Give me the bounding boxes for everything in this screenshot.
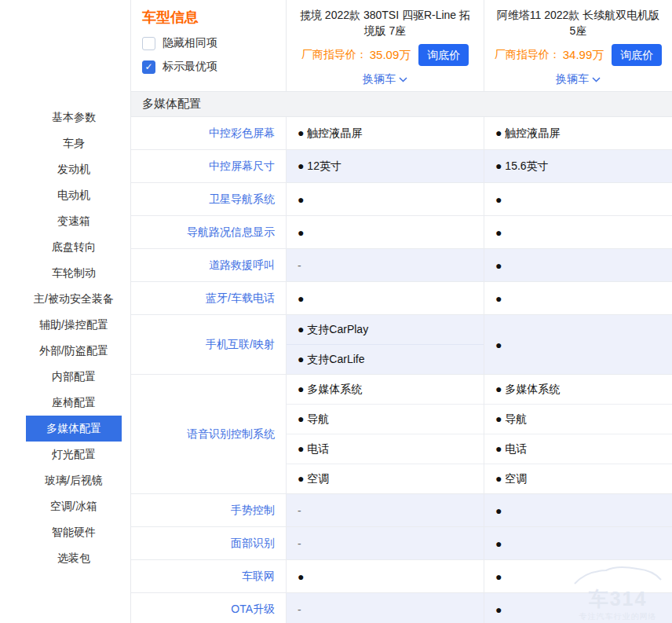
- spec-value-cell: ●: [287, 183, 484, 215]
- sidebar-item[interactable]: 外部/防盗配置: [26, 338, 122, 364]
- spec-value: ●: [484, 183, 672, 215]
- inquiry-price-button[interactable]: 询底价: [418, 44, 469, 66]
- spec-value-cell: ●: [287, 216, 484, 248]
- sidebar-item[interactable]: 灯光配置: [26, 442, 122, 467]
- sidebar-item[interactable]: 空调/冰箱: [26, 493, 122, 519]
- spec-label: 中控彩色屏幕: [131, 117, 287, 149]
- spec-label-link[interactable]: 蓝牙/车载电话: [206, 291, 275, 306]
- app: 基本参数车身发动机电动机变速箱底盘转向车轮制动主/被动安全装备辅助/操控配置外部…: [0, 0, 672, 623]
- hide-same-checkbox-row[interactable]: 隐藏相同项: [142, 36, 286, 50]
- price-row: 厂商指导价： 34.99万 询底价: [484, 44, 672, 66]
- panel-title: 车型信息: [142, 8, 286, 27]
- spec-row: 中控屏幕尺寸● 12英寸● 15.6英寸: [131, 150, 672, 183]
- inquiry-price-button[interactable]: 询底价: [612, 44, 662, 66]
- spec-label-link[interactable]: 中控屏幕尺寸: [209, 159, 275, 174]
- mark-best-checkbox-row[interactable]: ✓ 标示最优项: [142, 60, 286, 74]
- change-car-link[interactable]: 换辆车: [363, 72, 407, 86]
- sidebar-item[interactable]: 内部配置: [26, 364, 122, 390]
- spec-value: -: [287, 593, 484, 623]
- spec-row: 手势控制-●: [131, 494, 672, 527]
- car-name: 揽境 2022款 380TSI 四驱R-Line 拓境版 7座: [287, 7, 484, 38]
- sidebar-item[interactable]: 变速箱: [26, 208, 122, 234]
- spec-value: -: [287, 249, 484, 281]
- spec-label: 语音识别控制系统: [131, 375, 287, 493]
- hide-same-checkbox[interactable]: [142, 37, 155, 50]
- sidebar-item[interactable]: 底盘转向: [26, 234, 122, 260]
- comparison-table: 中控彩色屏幕● 触控液晶屏● 触控液晶屏中控屏幕尺寸● 12英寸● 15.6英寸…: [131, 117, 672, 623]
- spec-row: 手机互联/映射● 支持CarPlay● 支持CarLife●: [131, 315, 672, 375]
- spec-value-cell: -: [287, 527, 484, 559]
- spec-label-link[interactable]: 手机互联/映射: [206, 338, 275, 352]
- spec-row: 蓝牙/车载电话●●: [131, 282, 672, 315]
- main-content: 车型信息 隐藏相同项 ✓ 标示最优项 揽境 2022款 380TSI 四驱R-L…: [130, 0, 672, 623]
- spec-label: 手势控制: [131, 494, 287, 526]
- spec-value: ●: [484, 527, 672, 559]
- sidebar-item[interactable]: 辅助/操控配置: [26, 312, 122, 338]
- spec-label-link[interactable]: 车联网: [242, 570, 275, 584]
- spec-value: ● 电话: [484, 434, 672, 464]
- price-value: 35.09万: [370, 48, 411, 63]
- spec-value-cell: ●: [484, 183, 672, 215]
- spec-label: 车联网: [131, 560, 287, 592]
- spec-value-cell: ●: [484, 216, 672, 248]
- spec-label-link[interactable]: 面部识别: [231, 537, 275, 551]
- spec-value: ● 触控液晶屏: [484, 117, 672, 149]
- price-row: 厂商指导价： 35.09万 询底价: [287, 44, 484, 66]
- spec-label-link[interactable]: 卫星导航系统: [209, 192, 275, 207]
- spec-value: ● 12英寸: [287, 150, 484, 182]
- spec-label-link[interactable]: 导航路况信息显示: [187, 225, 275, 240]
- sidebar-item[interactable]: 发动机: [26, 156, 122, 182]
- spec-label-link[interactable]: 道路救援呼叫: [209, 258, 275, 273]
- spec-value-cell: ●: [484, 494, 672, 526]
- spec-label-link[interactable]: OTA升级: [231, 603, 275, 617]
- spec-value-cell: ● 支持CarPlay● 支持CarLife: [287, 315, 484, 374]
- mark-best-checkbox[interactable]: ✓: [142, 60, 155, 74]
- sidebar-item[interactable]: 选装包: [26, 545, 122, 571]
- spec-value-cell: ● 多媒体系统● 导航● 电话● 空调: [484, 375, 672, 493]
- sidebar-item[interactable]: 玻璃/后视镜: [26, 467, 122, 493]
- spec-label-link[interactable]: 语音识别控制系统: [187, 427, 275, 442]
- sidebar-item[interactable]: 车轮制动: [26, 260, 122, 286]
- spec-value-cell: ●: [484, 249, 672, 281]
- spec-label-link[interactable]: 手势控制: [231, 504, 275, 518]
- spec-value-cell: ● 15.6英寸: [484, 150, 672, 182]
- spec-value: ●: [484, 315, 672, 374]
- mark-best-label: 标示最优项: [163, 60, 217, 74]
- price-label: 厂商指导价：: [301, 48, 367, 62]
- spec-value-cell: ● 多媒体系统● 导航● 电话● 空调: [287, 375, 484, 493]
- change-car-link[interactable]: 换辆车: [556, 72, 601, 86]
- chevron-down-icon: [399, 77, 407, 82]
- spec-row: OTA升级-●: [131, 593, 672, 623]
- spec-value-cell: ●: [484, 315, 672, 374]
- sidebar-item-active[interactable]: 多媒体配置: [26, 416, 122, 442]
- sidebar: 基本参数车身发动机电动机变速箱底盘转向车轮制动主/被动安全装备辅助/操控配置外部…: [0, 0, 130, 623]
- spec-label: 卫星导航系统: [131, 183, 287, 215]
- spec-label: 导航路况信息显示: [131, 216, 287, 248]
- sidebar-item[interactable]: 车身: [26, 130, 122, 156]
- spec-value: ●: [484, 560, 672, 592]
- spec-row: 导航路况信息显示●●: [131, 216, 672, 249]
- spec-value-cell: -: [287, 593, 484, 623]
- spec-value-cell: ●: [484, 560, 672, 592]
- comparison-header: 车型信息 隐藏相同项 ✓ 标示最优项 揽境 2022款 380TSI 四驱R-L…: [131, 0, 672, 92]
- sidebar-item[interactable]: 电动机: [26, 182, 122, 208]
- sidebar-item[interactable]: 基本参数: [26, 104, 122, 130]
- spec-label-link[interactable]: 中控彩色屏幕: [209, 126, 275, 141]
- sidebar-item[interactable]: 主/被动安全装备: [26, 286, 122, 312]
- spec-value: -: [287, 527, 484, 559]
- spec-value: ● 导航: [287, 404, 484, 434]
- sidebar-item[interactable]: 智能硬件: [26, 519, 122, 545]
- spec-label: 蓝牙/车载电话: [131, 282, 287, 314]
- model-info-panel: 车型信息 隐藏相同项 ✓ 标示最优项: [131, 0, 287, 91]
- spec-row: 道路救援呼叫-●: [131, 249, 672, 282]
- spec-row: 面部识别-●: [131, 527, 672, 560]
- spec-value-cell: ● 触控液晶屏: [484, 117, 672, 149]
- spec-value: ● 支持CarLife: [287, 344, 484, 374]
- price-value: 34.99万: [563, 48, 604, 63]
- sidebar-item[interactable]: 座椅配置: [26, 390, 122, 416]
- spec-value: ● 空调: [287, 464, 484, 493]
- spec-value: ●: [287, 216, 484, 248]
- section-title: 多媒体配置: [142, 97, 201, 112]
- spec-value: ●: [484, 282, 672, 314]
- spec-label: 中控屏幕尺寸: [131, 150, 287, 182]
